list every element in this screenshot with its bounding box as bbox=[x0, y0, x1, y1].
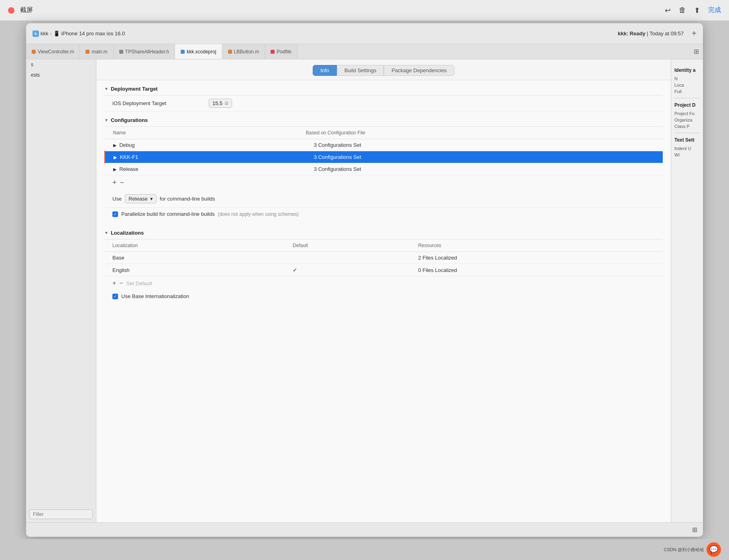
col-based-on-header: Based on Configuration File bbox=[306, 127, 663, 139]
main-layout: s ests Info Build Settings Package Depen… bbox=[26, 59, 703, 522]
use-base-checkbox[interactable]: ✓ bbox=[112, 294, 118, 299]
config-release-name[interactable]: ▶ Release bbox=[105, 163, 306, 175]
deployment-chevron[interactable]: ▼ bbox=[104, 87, 108, 91]
loc-col-localization: Localization bbox=[104, 239, 285, 252]
config-debug-value: 3 Configurations Set bbox=[306, 139, 663, 151]
project-icon: k bbox=[33, 30, 39, 37]
loc-remove-button[interactable]: − bbox=[119, 280, 123, 287]
csdn-label: CSDN @刘小路哈哈 bbox=[664, 547, 704, 553]
project-title: Project D bbox=[674, 102, 700, 108]
tab-lbbutton[interactable]: LBButton.m bbox=[222, 44, 265, 59]
tab-label-tpshare: TPShareAllHeader.h bbox=[125, 49, 169, 55]
loc-row-english[interactable]: English ✓ 0 Files Localized bbox=[104, 264, 663, 276]
set-default-button[interactable]: Set Default bbox=[126, 280, 152, 286]
xcode-window: k kkk › 📱 iPhone 14 pro max ios 16.0 kkk… bbox=[26, 23, 703, 537]
loc-english-name: English bbox=[104, 264, 285, 276]
chat-bubble-icon[interactable]: 💬 bbox=[707, 542, 721, 557]
loc-actions: + − Set Default bbox=[104, 276, 663, 290]
deployment-target-row: iOS Deployment Target 15.5 ☑ bbox=[104, 95, 663, 112]
tab-kkkxcode[interactable]: kkk.xcodeproj bbox=[175, 44, 222, 59]
delete-icon[interactable]: 🗑 bbox=[679, 6, 686, 14]
status-sep: | bbox=[647, 30, 650, 37]
deployment-section: ▼ Deployment Target iOS Deployment Targe… bbox=[96, 80, 671, 112]
add-tab-button[interactable]: + bbox=[692, 29, 696, 38]
localizations-header: ▼ Localizations bbox=[104, 224, 663, 239]
filter-input[interactable] bbox=[29, 509, 93, 519]
sidebar-item-s[interactable]: s bbox=[26, 59, 96, 70]
for-cmd-label: for command-line builds bbox=[160, 196, 215, 202]
deployment-target-value: 15.5 ☑ bbox=[209, 99, 663, 108]
project-name[interactable]: kkk bbox=[41, 30, 49, 37]
tab-dot-kkkxcode bbox=[181, 50, 185, 54]
tab-build-settings[interactable]: Build Settings bbox=[337, 65, 384, 76]
localizations-chevron[interactable]: ▼ bbox=[104, 231, 108, 235]
cmd-line-row: Use Release ▾ for command-line builds bbox=[104, 190, 663, 208]
config-kkkf1-value: 3 Configurations Set bbox=[306, 151, 663, 163]
undo-icon[interactable]: ↩ bbox=[665, 6, 671, 15]
breadcrumb-sep: › bbox=[50, 30, 52, 37]
localizations-table: Localization Default Resources Base 2 Fi… bbox=[104, 239, 663, 276]
tab-podfile[interactable]: Podfile bbox=[265, 44, 297, 59]
deployment-dropdown[interactable]: 15.5 ☑ bbox=[209, 99, 232, 108]
localizations-title: Localizations bbox=[111, 230, 144, 236]
config-remove-button[interactable]: − bbox=[120, 179, 124, 187]
tab-dot-main bbox=[86, 50, 90, 54]
configurations-chevron[interactable]: ▼ bbox=[104, 118, 108, 122]
device-info: 📱 iPhone 14 pro max ios 16.0 bbox=[53, 30, 125, 37]
parallelize-label: Parallelize build for command-line build… bbox=[121, 211, 215, 217]
text-settings-title: Text Sett bbox=[674, 137, 700, 143]
tab-label-podfile: Podfile bbox=[277, 49, 291, 55]
identity-item-1: Loca bbox=[674, 82, 700, 88]
bottom-expand-icon[interactable]: ⊞ bbox=[692, 526, 697, 534]
config-add-button[interactable]: + bbox=[112, 179, 117, 187]
tab-label-lbbutton: LBButton.m bbox=[234, 49, 259, 55]
tab-dot-podfile bbox=[271, 50, 275, 54]
deployment-target-label: iOS Deployment Target bbox=[104, 100, 209, 106]
text-item-1: Wi bbox=[674, 152, 700, 158]
deployment-header: ▼ Deployment Target bbox=[104, 80, 663, 95]
project-item-1: Organiza bbox=[674, 117, 700, 123]
identity-item-2: Full bbox=[674, 88, 700, 95]
loc-row-base[interactable]: Base 2 Files Localized bbox=[104, 252, 663, 264]
tab-tpshare[interactable]: TPShareAllHeader.h bbox=[114, 44, 175, 59]
done-button[interactable]: 完成 bbox=[708, 6, 721, 14]
bottom-bar: ⊞ bbox=[26, 522, 703, 537]
tab-bar: ViewController.m main.m TPShareAllHeader… bbox=[26, 44, 703, 59]
tab-add-button[interactable]: ⊞ bbox=[690, 44, 703, 59]
parallelize-checkbox[interactable]: ✓ bbox=[112, 211, 118, 217]
loc-add-button[interactable]: + bbox=[112, 280, 116, 287]
loc-english-resources: 0 Files Localized bbox=[410, 264, 663, 276]
tab-main[interactable]: main.m bbox=[80, 44, 113, 59]
tab-package-dependencies[interactable]: Package Dependencies bbox=[384, 65, 454, 76]
config-row-kkkf1[interactable]: ▶ KKK-F1 3 Configurations Set bbox=[105, 151, 663, 163]
parallelize-note: (does not apply when using schemes) bbox=[218, 211, 299, 217]
segment-tabs: Info Build Settings Package Dependencies bbox=[96, 59, 671, 80]
config-kkkf1-name[interactable]: ▶ KKK-F1 bbox=[105, 151, 306, 163]
loc-col-resources: Resources bbox=[410, 239, 663, 252]
close-button[interactable] bbox=[8, 7, 14, 14]
use-dropdown[interactable]: Release ▾ bbox=[125, 194, 157, 203]
top-actions: ↩ 🗑 ⬆ 完成 bbox=[665, 6, 721, 15]
loc-base-resources: 2 Files Localized bbox=[410, 252, 663, 264]
tab-info[interactable]: Info bbox=[313, 65, 337, 76]
config-row-debug[interactable]: ▶ Debug 3 Configurations Set bbox=[105, 139, 663, 151]
content-area: Info Build Settings Package Dependencies… bbox=[96, 59, 671, 522]
screenshot-title: 截屏 bbox=[20, 6, 33, 14]
debug-expand-icon[interactable]: ▶ bbox=[113, 143, 116, 148]
configurations-section: ▼ Configurations Name Based on Configura… bbox=[96, 112, 671, 220]
device-icon: 📱 bbox=[53, 30, 60, 37]
release-expand-icon[interactable]: ▶ bbox=[113, 167, 116, 172]
sidebar-item-ests[interactable]: ests bbox=[26, 70, 96, 80]
kkkf1-expand-icon[interactable]: ▶ bbox=[114, 155, 117, 160]
config-row-release[interactable]: ▶ Release 3 Configurations Set bbox=[105, 163, 663, 175]
use-label: Use bbox=[112, 196, 122, 202]
config-debug-name[interactable]: ▶ Debug bbox=[105, 139, 306, 151]
share-icon[interactable]: ⬆ bbox=[694, 6, 700, 15]
use-dropdown-arrow-icon: ▾ bbox=[150, 196, 153, 202]
configurations-title: Configurations bbox=[111, 117, 148, 123]
tab-viewcontroller[interactable]: ViewController.m bbox=[26, 44, 80, 59]
localizations-section: ▼ Localizations Localization Default Res… bbox=[96, 224, 671, 302]
identity-title: Identity a bbox=[674, 67, 700, 73]
status-time: Today at 09:57 bbox=[650, 30, 684, 37]
dropdown-arrow-icon: ☑ bbox=[225, 101, 228, 106]
